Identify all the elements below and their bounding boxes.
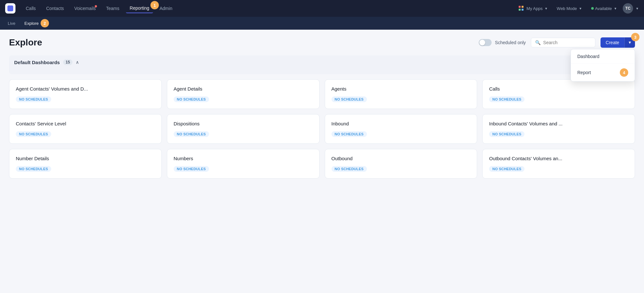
scheduled-only-toggle[interactable]: Scheduled only [479,39,526,46]
card-title-0: Agent Contacts' Volumes and D... [16,86,155,92]
section-count: 15 [63,59,72,65]
nav-calls[interactable]: Calls [22,4,40,13]
dashboard-card-0[interactable]: Agent Contacts' Volumes and D... NO SCHE… [9,79,162,109]
card-title-1: Agent Details [174,86,313,92]
create-chevron-icon: ▼ [628,40,632,45]
no-schedules-badge-0: NO SCHEDULES [16,96,51,102]
nav-reporting[interactable]: Reporting 1 [126,4,153,13]
no-schedules-badge-1: NO SCHEDULES [174,96,209,102]
card-title-6: Inbound [332,121,471,126]
card-title-11: Outbound Contacts' Volumes an... [489,156,628,161]
dashboard-card-4[interactable]: Contacts' Service Level NO SCHEDULES [9,114,162,144]
section-header: Default Dashboards 15 ∧ [14,59,630,65]
dashboard-grid-row-1: Agent Contacts' Volumes and D... NO SCHE… [9,79,635,109]
nav-teams[interactable]: Teams [102,4,123,13]
dashboard-card-7[interactable]: Inbound Contacts' Volumes and ... NO SCH… [482,114,635,144]
main-content: Explore Scheduled only 🔍 Create ▼ 3 Dash… [0,30,644,191]
toggle-switch[interactable] [479,39,492,46]
search-input[interactable] [543,40,591,45]
dashboard-card-6[interactable]: Inbound NO SCHEDULES [325,114,477,144]
card-title-7: Inbound Contacts' Volumes and ... [489,121,628,126]
tour-step-2: 2 [41,19,49,27]
no-schedules-badge-3: NO SCHEDULES [489,96,524,102]
dashboard-card-10[interactable]: Outbound NO SCHEDULES [325,149,477,179]
card-title-2: Agents [332,86,471,92]
my-apps-chevron-icon: ▼ [544,7,548,10]
no-schedules-badge-4: NO SCHEDULES [16,131,51,137]
avatar[interactable]: TC [623,3,633,14]
dropdown-dashboard[interactable]: Dashboard [571,49,635,64]
status-button[interactable]: Available ▼ [588,5,620,12]
section-title: Default Dashboards [14,60,60,65]
status-indicator [591,7,594,10]
tour-step-3: 3 [631,33,639,41]
card-title-8: Number Details [16,156,155,161]
dashboard-card-1[interactable]: Agent Details NO SCHEDULES [167,79,320,109]
my-apps-button[interactable]: My Apps ▼ [515,5,551,12]
web-mode-chevron-icon: ▼ [579,7,582,10]
dashboard-card-11[interactable]: Outbound Contacts' Volumes an... NO SCHE… [482,149,635,179]
status-chevron-icon: ▼ [614,7,617,10]
dashboard-card-3[interactable]: Calls NO SCHEDULES [482,79,635,109]
logo[interactable] [5,3,15,14]
no-schedules-badge-10: NO SCHEDULES [332,166,367,172]
no-schedules-badge-11: NO SCHEDULES [489,166,524,172]
page-title: Explore [9,37,474,48]
no-schedules-badge-9: NO SCHEDULES [174,166,209,172]
apps-grid-icon [519,6,524,11]
no-schedules-badge-5: NO SCHEDULES [174,131,209,137]
nav-contacts[interactable]: Contacts [42,4,68,13]
no-schedules-badge-6: NO SCHEDULES [332,131,367,137]
subnav-live[interactable]: Live [6,18,17,28]
card-title-9: Numbers [174,156,313,161]
dashboard-card-2[interactable]: Agents NO SCHEDULES [325,79,477,109]
no-schedules-badge-8: NO SCHEDULES [16,166,51,172]
nav-voicemails[interactable]: Voicemails [70,4,100,13]
card-title-10: Outbound [332,156,471,161]
dashboard-card-9[interactable]: Numbers NO SCHEDULES [167,149,320,179]
card-title-4: Contacts' Service Level [16,121,155,126]
toggle-knob [479,40,485,45]
dashboard-grid-row-3: Number Details NO SCHEDULES Numbers NO S… [9,149,635,179]
voicemails-badge [95,5,97,7]
subnav-explore[interactable]: Explore 2 [23,16,50,30]
card-title-3: Calls [489,86,628,92]
create-button-wrapper: Create ▼ 3 Dashboard Report 4 [601,37,635,48]
nav-right-section: My Apps ▼ Web Mode ▼ Available ▼ TC ▼ [515,3,639,14]
search-box[interactable]: 🔍 [531,38,595,47]
collapse-icon[interactable]: ∧ [76,60,79,65]
card-title-5: Dispositions [174,121,313,126]
create-button[interactable]: Create [601,37,624,48]
avatar-chevron-icon: ▼ [636,7,639,10]
dashboard-card-5[interactable]: Dispositions NO SCHEDULES [167,114,320,144]
dashboard-card-8[interactable]: Number Details NO SCHEDULES [9,149,162,179]
no-schedules-badge-7: NO SCHEDULES [489,131,524,137]
page-header: Explore Scheduled only 🔍 Create ▼ 3 Dash… [9,37,635,48]
scheduled-only-label: Scheduled only [495,40,526,45]
sub-navigation: Live Explore 2 [0,17,644,30]
web-mode-button[interactable]: Web Mode ▼ [553,5,585,12]
top-navigation: Calls Contacts Voicemails Teams Reportin… [0,0,644,17]
search-icon: 🔍 [535,40,541,45]
dashboard-grid-row-2: Contacts' Service Level NO SCHEDULES Dis… [9,114,635,144]
create-dropdown-menu: Dashboard Report 4 [571,49,635,82]
tour-step-4: 4 [620,68,628,77]
nav-admin[interactable]: Admin [156,4,176,13]
no-schedules-badge-2: NO SCHEDULES [332,96,367,102]
dropdown-report[interactable]: Report 4 [571,64,635,81]
